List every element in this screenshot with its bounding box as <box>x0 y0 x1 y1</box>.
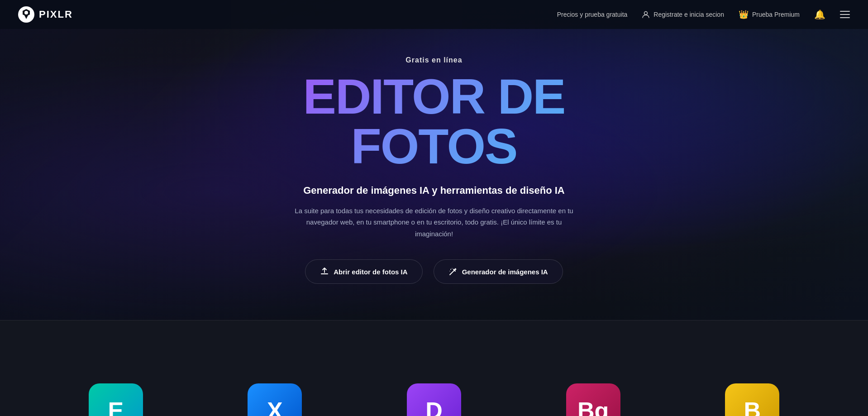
apps-section: E X D Bg B <box>0 320 868 416</box>
app-icon-x: X <box>248 383 302 416</box>
app-icons-row: E X D Bg B <box>36 383 832 416</box>
app-icon-e: E <box>89 383 143 416</box>
app-icon-item-e[interactable]: E <box>89 383 143 416</box>
hero-buttons: Abrir editor de fotos IA Generador de im… <box>294 259 574 284</box>
open-editor-button[interactable]: Abrir editor de fotos IA <box>305 259 422 284</box>
svg-point-6 <box>449 271 450 272</box>
hamburger-line-1 <box>840 11 850 12</box>
svg-point-5 <box>452 268 452 269</box>
hamburger-line-3 <box>840 17 850 18</box>
hero-title-line2: FOTOS <box>351 118 517 174</box>
section-divider <box>0 320 868 320</box>
hero-title-line1: EDITOR DE <box>303 68 565 124</box>
pixlr-logo-icon <box>18 6 34 23</box>
nav-premium-text: Prueba Premium <box>752 11 800 18</box>
hero-description: La suite para todas tus necesidades de e… <box>294 205 574 240</box>
navbar: PIXLR Precios y prueba gratuita Registra… <box>0 0 868 29</box>
notification-bell-icon[interactable]: 🔔 <box>814 9 825 20</box>
app-icon-bg: Bg <box>566 383 620 416</box>
app-icon-item-b[interactable]: B <box>725 383 779 416</box>
nav-premium-link[interactable]: 👑 Prueba Premium <box>739 10 800 19</box>
nav-register-text: Registrate e inicia secion <box>653 11 724 18</box>
logo[interactable]: PIXLR <box>18 6 73 23</box>
svg-point-1 <box>24 11 28 14</box>
logo-text: PIXLR <box>39 9 73 20</box>
hero-subtitle: Gratis en línea <box>294 56 574 64</box>
app-icon-b: B <box>725 383 779 416</box>
image-generator-button[interactable]: Generador de imágenes IA <box>434 259 563 284</box>
image-generator-label: Generador de imágenes IA <box>462 268 548 276</box>
hero-content: Gratis en línea EDITOR DE FOTOS Generado… <box>285 29 583 320</box>
hero-title: EDITOR DE FOTOS <box>294 72 574 171</box>
nav-register-link[interactable]: Registrate e inicia secion <box>642 10 724 19</box>
user-icon <box>642 10 650 19</box>
svg-point-2 <box>644 12 648 15</box>
crown-icon: 👑 <box>739 10 749 19</box>
upload-icon <box>320 267 329 276</box>
svg-rect-3 <box>321 273 328 274</box>
hamburger-menu-button[interactable] <box>840 11 850 18</box>
svg-point-4 <box>450 269 451 270</box>
hero-tagline: Generador de imágenes IA y herramientas … <box>294 184 574 198</box>
wand-icon <box>448 267 458 276</box>
app-icon-item-x[interactable]: X <box>248 383 302 416</box>
hero-section: Gratis en línea EDITOR DE FOTOS Generado… <box>0 0 868 320</box>
app-icon-d: D <box>407 383 461 416</box>
app-icon-item-bg[interactable]: Bg <box>566 383 620 416</box>
nav-prices-link[interactable]: Precios y prueba gratuita <box>557 11 628 18</box>
open-editor-label: Abrir editor de fotos IA <box>334 268 407 276</box>
hamburger-line-2 <box>840 14 850 15</box>
nav-right: Precios y prueba gratuita Registrate e i… <box>557 9 850 20</box>
app-icon-item-d[interactable]: D <box>407 383 461 416</box>
